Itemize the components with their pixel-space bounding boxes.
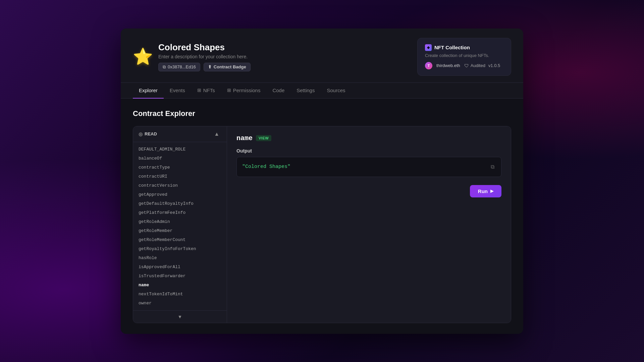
list-item[interactable]: nextTokenIdToMint <box>133 290 227 299</box>
nav-label-settings: Settings <box>297 87 315 93</box>
output-label: Output <box>236 148 501 154</box>
list-item[interactable]: getApproved <box>133 190 227 199</box>
sidebar-scroll-bottom: ▼ <box>133 310 227 323</box>
sidebar-header: ◎ READ ▲ <box>133 126 227 142</box>
nav-item-explorer[interactable]: Explorer <box>133 83 164 99</box>
nav-item-events[interactable]: Events <box>164 83 191 99</box>
list-item[interactable]: isApprovedForAll <box>133 262 227 272</box>
view-badge: VIEW <box>256 135 271 141</box>
read-text: READ <box>145 131 157 136</box>
nft-diamond-icon: ◆ <box>425 44 432 51</box>
collection-title: Colored Shapes <box>158 42 251 53</box>
run-section: Run ▶ <box>236 185 501 197</box>
nav-label-nfts: NFTs <box>203 87 215 93</box>
nav-item-code[interactable]: Code <box>266 83 290 99</box>
output-box: "Colored Shapes" ⧉ <box>236 157 501 177</box>
scroll-down-button[interactable]: ▼ <box>135 313 225 321</box>
audited-badge: 🛡 Audited v1.0.5 <box>464 63 500 68</box>
run-label: Run <box>478 188 488 194</box>
eye-icon: ◎ <box>139 131 143 137</box>
list-item[interactable]: DEFAULT_ADMIN_ROLE <box>133 145 227 154</box>
upload-icon: ⬆ <box>208 64 212 69</box>
nft-card-description: Create collection of unique NFTs. <box>425 53 503 58</box>
shield-icon: 🛡 <box>464 63 469 68</box>
nav-item-settings[interactable]: Settings <box>290 83 321 99</box>
author-name: thirdweb.eth <box>436 63 460 68</box>
sidebar-list: DEFAULT_ADMIN_ROLE balanceOf contractTyp… <box>133 142 227 310</box>
contract-badge-label: Contract Badge <box>214 64 246 69</box>
collection-description: Enter a description for your collection … <box>158 54 251 59</box>
explorer-panel: ◎ READ ▲ DEFAULT_ADMIN_ROLE balanceOf co… <box>133 126 511 323</box>
version-text: v1.0.5 <box>488 63 500 68</box>
collection-icon: ⭐ <box>133 47 153 66</box>
header-info: Colored Shapes Enter a description for y… <box>158 42 251 71</box>
nav-item-sources[interactable]: Sources <box>321 83 351 99</box>
copy-icon: ⧉ <box>163 64 166 70</box>
function-header: name VIEW <box>236 134 501 142</box>
main-container: ⭐ Colored Shapes Enter a description for… <box>121 28 523 334</box>
nfts-grid-icon: ⊞ <box>197 87 201 93</box>
nav-label-sources: Sources <box>327 87 345 93</box>
address-badge[interactable]: ⧉ 0x3878...Ed16 <box>158 63 200 71</box>
list-item[interactable]: getRoleMember <box>133 226 227 235</box>
audited-label: Audited <box>471 63 485 68</box>
list-item[interactable]: getRoleMemberCount <box>133 235 227 244</box>
nft-card-header: ◆ NFT Collection <box>425 44 503 51</box>
list-item[interactable]: owner <box>133 299 227 308</box>
run-button[interactable]: Run ▶ <box>470 185 501 197</box>
page-title: Contract Explorer <box>133 109 511 118</box>
nft-card: ◆ NFT Collection Create collection of un… <box>417 38 511 76</box>
address-text: 0x3878...Ed16 <box>168 64 196 69</box>
nav-item-permissions[interactable]: ⊞ Permissions <box>221 83 267 99</box>
list-item[interactable]: name <box>133 281 227 290</box>
sidebar: ◎ READ ▲ DEFAULT_ADMIN_ROLE balanceOf co… <box>133 126 227 323</box>
nft-card-title: NFT Collection <box>434 45 470 50</box>
list-item[interactable]: getRoyaltyInfoForToken <box>133 244 227 253</box>
list-item[interactable]: contractType <box>133 163 227 172</box>
list-item[interactable]: getPlatformFeeInfo <box>133 208 227 217</box>
scroll-up-button[interactable]: ▲ <box>212 130 221 138</box>
copy-output-button[interactable]: ⧉ <box>489 163 496 171</box>
function-name: name <box>236 134 253 142</box>
contract-badge-button[interactable]: ⬆ Contract Badge <box>204 63 251 71</box>
header-left: ⭐ Colored Shapes Enter a description for… <box>133 42 251 71</box>
list-item[interactable]: isTrustedForwarder <box>133 272 227 281</box>
list-item[interactable]: contractURI <box>133 172 227 181</box>
author-avatar: T <box>425 62 432 69</box>
list-item[interactable]: contractVersion <box>133 181 227 190</box>
nav-label-explorer: Explorer <box>139 87 158 93</box>
navigation: Explorer Events ⊞ NFTs ⊞ Permissions Cod… <box>121 83 523 99</box>
read-label: ◎ READ <box>139 131 157 137</box>
content-area: Contract Explorer ◎ READ ▲ DEFAULT_ADMIN… <box>121 99 523 334</box>
list-item[interactable]: balanceOf <box>133 154 227 163</box>
nav-label-code: Code <box>272 87 284 93</box>
nav-label-events: Events <box>170 87 185 93</box>
list-item[interactable]: getDefaultRoyaltyInfo <box>133 199 227 208</box>
nft-card-footer: T thirdweb.eth 🛡 Audited v1.0.5 <box>425 62 503 69</box>
header: ⭐ Colored Shapes Enter a description for… <box>121 28 523 83</box>
right-panel: name VIEW Output "Colored Shapes" ⧉ Run … <box>227 126 511 323</box>
list-item[interactable]: hasRole <box>133 253 227 262</box>
play-icon: ▶ <box>490 189 493 193</box>
output-value: "Colored Shapes" <box>242 164 290 170</box>
nav-item-nfts[interactable]: ⊞ NFTs <box>191 83 221 99</box>
nav-label-permissions: Permissions <box>233 87 261 93</box>
list-item[interactable]: getRoleAdmin <box>133 217 227 226</box>
permissions-grid-icon: ⊞ <box>227 87 231 93</box>
header-badges: ⧉ 0x3878...Ed16 ⬆ Contract Badge <box>158 63 251 71</box>
